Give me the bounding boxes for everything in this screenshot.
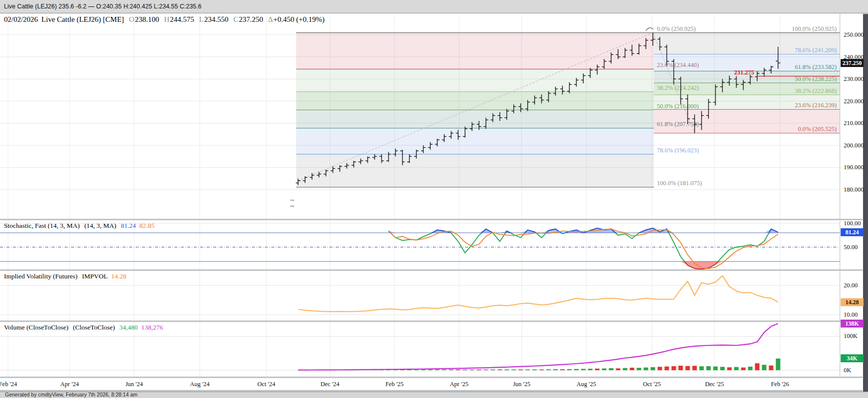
y-axis-badge-volume: 34K [841,354,864,362]
x-axis-label: Dec '25 [697,381,732,388]
quote-date: 02/02/2026 [4,15,38,23]
instrument-name: Live Cattle (LEJ26) [CME] [41,15,124,23]
x-axis-label: Feb '25 [377,381,412,388]
low-value: 234.550 [204,15,229,23]
stochastic-title: Stochastic, Fast (14, 3, MA) [4,222,80,229]
close-label: C [234,15,238,23]
stochastic-k-value: 81.24 [121,222,136,229]
x-axis-label: Oct '25 [634,381,669,388]
stochastic-header: Stochastic, Fast (14, 3, MA)(14, 3, MA)8… [4,222,155,230]
window-title: Live Cattle (LEJ26) 235.6 -6.2 — O:240.3… [4,3,201,10]
y-axis-label-volume: 0K [844,366,851,374]
x-axis-label: Jun '25 [504,381,539,388]
fib1-level-label: 0.0% (250.925) [657,25,696,32]
fib2-level-label: 100.0% (250.925) [791,25,837,32]
low-label: L [199,15,204,23]
y-axis-badge-impvol: 14.28 [841,298,864,306]
x-axis-label: Aug '24 [182,381,217,388]
chart-header: 02/02/2026Live Cattle (LEJ26) [CME]O238.… [4,15,324,24]
volume-params: (CloseToClose) [73,324,115,331]
footer: Generated by cmdtyView, February 7th 202… [0,392,868,398]
open-value: 238.100 [135,15,159,23]
impvol-code: IMPVOL [82,272,108,280]
x-axis-label: Dec '24 [313,381,347,388]
x-axis-label: Feb '26 [763,381,797,388]
high-value: 244.575 [170,15,194,23]
fib2-level-label: 0.0% (205.525) [798,126,837,133]
pane-separator[interactable] [0,219,863,220]
change-value: +0.450 (+0.19%) [273,15,324,23]
implied-volatility-header: Implied Volatility (Futures)IMPVOL14.28 [4,272,126,280]
fib2-level-label: 38.2% (222.868) [795,87,837,94]
y-axis-label-volume: 100K [844,332,858,340]
fib2-level-label: 61.8% (233.582) [795,64,837,70]
stochastic-k-line [389,228,778,269]
price-annotation-label: 231.275 [734,69,754,76]
y-axis-label-price: 250.000 [844,31,864,39]
fib2-level-label: 23.6% (216.239) [795,102,837,109]
fib1-retracement: 0.0% (250.925)23.6% (234.440)38.2% (224.… [296,25,702,187]
y-axis-label-impvol: 10.00 [844,311,858,319]
high-label: H [164,15,169,23]
y-axis-label-impvol: 20.00 [844,281,858,289]
oversold-fill [389,262,778,269]
y-axis-label-price: 180.000 [844,186,864,194]
footer-text: Generated by cmdtyView, February 7th 202… [5,392,138,398]
fib1-level-label: 100.0% (181.075) [657,180,702,187]
change-label: Δ [268,15,273,23]
open-interest-value: 138,276 [141,324,163,331]
y-axis-label-stochastic: 50.00 [844,243,858,251]
volume-header: Volume (CloseToClose)(CloseToClose)34,48… [4,324,163,332]
x-axis-label: Aug '25 [569,381,604,388]
y-axis-badge-price: 237.250 [841,59,864,67]
close-value: 237.250 [239,15,263,23]
x-axis-label: Apr '24 [52,381,87,388]
y-axis-badge-volume: 138K [841,320,864,328]
fib-anchor-hook-icon [646,28,653,31]
open-label: O [129,15,135,23]
x-axis-label: Apr '25 [442,381,476,388]
series-break-squiggle-icon: ~ [290,202,294,210]
y-axis-badge-stochastic: 81.24 [841,228,864,236]
fib1-level-label: 78.6% (196.023) [657,147,699,154]
y-axis-label-price: 220.000 [844,97,864,105]
window-titlebar[interactable]: Live Cattle (LEJ26) 235.6 -6.2 — O:240.3… [0,0,868,13]
volume-cumulative-line [298,324,778,370]
x-axis-label: Jun '24 [117,381,152,388]
impvol-value: 14.28 [111,272,126,280]
price-pane[interactable]: 0.0% (250.925)23.6% (234.440)38.2% (224.… [0,14,841,219]
y-axis-label-price: 210.000 [844,119,864,127]
volume-title: Volume (CloseToClose) [4,324,69,331]
stochastic-d-line [389,229,778,269]
y-axis-label-price: 200.000 [844,141,864,149]
impvol-title: Implied Volatility (Futures) [4,272,78,280]
fib2-level-label: 78.6% (241.209) [795,47,837,54]
stochastic-params: (14, 3, MA) [84,222,117,229]
impvol-line [298,276,778,312]
y-axis-label-price: 190.000 [844,163,864,171]
x-axis-label: Oct '24 [249,381,284,388]
y-axis-label-price: 230.000 [844,75,864,83]
fib2-retracement: 100.0% (250.925)78.6% (241.209)61.8% (23… [654,25,840,133]
volume-value: 34,480 [119,324,138,331]
pane-separator[interactable] [0,377,863,378]
y-axis-label-stochastic: 100.00 [844,219,861,227]
cmdtyview-chart-window: Live Cattle (LEJ26) 235.6 -6.2 — O:240.3… [0,0,868,398]
x-axis-label: Feb '24 [0,381,25,388]
vertical-scrollbar[interactable] [863,14,868,392]
stochastic-d-value: 82.85 [140,222,155,229]
